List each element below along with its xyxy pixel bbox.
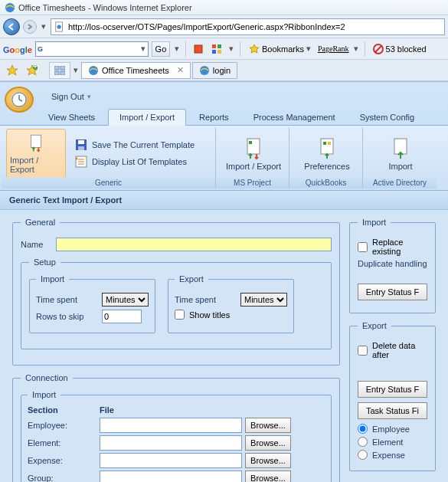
file-input-employee[interactable] (100, 418, 242, 433)
tab-label: login (213, 66, 231, 75)
svg-rect-4 (212, 44, 216, 48)
name-input[interactable] (56, 238, 332, 251)
save-icon (75, 139, 87, 151)
file-input-element[interactable] (100, 435, 242, 451)
window-titlebar: Office Timesheets - Windows Internet Exp… (0, 0, 448, 15)
save-template-button[interactable]: Save The Current Template (72, 137, 198, 152)
setup-export-fieldset: Export Time spent Minutes Show titles (168, 274, 294, 333)
app-orb-button[interactable] (5, 87, 34, 113)
go-dropdown[interactable]: ▾ (173, 44, 181, 54)
ribbon-quickbooks-button[interactable]: Preferences (294, 129, 360, 178)
ribbon-tab-process-mgmt[interactable]: Process Management (242, 109, 347, 125)
google-go-button[interactable]: Go (152, 41, 170, 57)
arrow-right-icon (26, 23, 34, 31)
favorites-star-button[interactable] (3, 62, 21, 79)
address-bar[interactable] (51, 18, 445, 35)
ribbon-generic-import-export-button[interactable]: Import / Export (6, 129, 66, 178)
grid-icon (54, 66, 65, 75)
url-input[interactable] (68, 22, 441, 31)
file-input-expense[interactable] (100, 453, 242, 468)
rows-skip-input[interactable] (102, 310, 142, 323)
popup-blocked-button[interactable]: 53 blocked (370, 44, 430, 54)
row-label: Group: (28, 474, 100, 482)
dup-label: Duplicate handling (358, 259, 427, 268)
save-template-label: Save The Current Template (92, 140, 195, 149)
timespent-import-select[interactable]: Minutes (102, 293, 149, 307)
delete-checkbox[interactable] (358, 346, 368, 356)
ribbon-tab-view-sheets[interactable]: View Sheets (37, 109, 106, 125)
timespent-import-label: Time spent (36, 295, 96, 304)
arrow-left-icon (7, 22, 16, 31)
show-titles-checkbox[interactable] (175, 310, 185, 320)
quicktabs-button[interactable] (49, 62, 70, 79)
general-legend: General (21, 218, 60, 227)
right-import-legend: Import (358, 218, 391, 227)
connection-legend: Connection (21, 373, 73, 382)
export-task-status-button[interactable]: Task Status Fi (358, 402, 427, 419)
ribbon-tab-reports[interactable]: Reports (188, 109, 240, 125)
ie-navbar: ▾ (0, 15, 448, 38)
pagerank-label[interactable]: PageRank (318, 44, 349, 53)
ie-page-icon (88, 65, 99, 76)
delete-label: Delete data after (372, 341, 427, 359)
svg-rect-5 (217, 44, 221, 48)
setup-import-legend: Import (36, 274, 69, 284)
preferences-icon (315, 136, 339, 160)
nav-back-button[interactable] (3, 18, 20, 35)
nav-forward-button[interactable] (23, 20, 37, 34)
browse-button-group[interactable]: Browse... (245, 471, 291, 482)
replace-checkbox[interactable] (358, 242, 368, 252)
general-fieldset: General Name Setup Import Time spent Min… (12, 218, 340, 366)
timespent-export-select[interactable]: Minutes (240, 293, 287, 307)
file-input-group[interactable] (100, 471, 242, 482)
sign-out-label: Sign Out (51, 92, 84, 101)
star-icon (6, 64, 18, 77)
tab-close-icon[interactable]: ✕ (177, 65, 184, 75)
connection-import-legend: Import (28, 390, 60, 399)
browse-button-element[interactable]: Browse... (245, 435, 291, 451)
import-entry-status-button[interactable]: Entry Status F (358, 284, 427, 300)
google-search-box[interactable]: G ▾ (35, 41, 149, 57)
nav-history-dropdown[interactable]: ▾ (40, 21, 47, 31)
ribbon: Sign Out ▾ View Sheets Import / Export R… (0, 81, 448, 191)
col-file: File (100, 405, 114, 415)
svg-point-2 (57, 25, 61, 28)
radio-element-label: Element (372, 438, 403, 447)
import-export-icon (24, 133, 48, 152)
radio-employee[interactable] (358, 424, 368, 434)
bookmarks-button[interactable]: Bookmarks ▾ (245, 41, 315, 57)
page-icon (54, 21, 65, 32)
toolbar-icon-2[interactable] (209, 41, 224, 57)
svg-rect-30 (249, 141, 252, 144)
browse-button-expense[interactable]: Browse... (245, 453, 291, 468)
browse-button-employee[interactable]: Browse... (245, 418, 291, 433)
tab-office-timesheets[interactable]: Office Timesheets ✕ (81, 62, 191, 79)
sign-out-button[interactable]: Sign Out ▾ (44, 90, 98, 103)
add-favorite-button[interactable]: + (23, 62, 41, 79)
toolbar-icon-1[interactable] (191, 41, 206, 57)
page-title: Generic Text Import / Export (0, 191, 448, 210)
radio-element[interactable] (358, 437, 368, 447)
svg-rect-7 (217, 50, 221, 54)
connection-import-fieldset: Import Section File Employee: Browse... … (21, 390, 332, 482)
svg-rect-3 (195, 45, 202, 53)
star-icon (249, 44, 260, 54)
quicktabs-dropdown[interactable]: ▾ (72, 65, 80, 75)
ribbon-tab-import-export[interactable]: Import / Export (108, 109, 186, 126)
connection-fieldset: Connection Import Section File Employee:… (12, 373, 340, 482)
pagerank-dropdown[interactable]: ▾ (352, 44, 360, 54)
tab-login[interactable]: login (192, 62, 237, 79)
ribbon-body: Import / Export Save The Current Templat… (0, 125, 448, 191)
row-label: Expense: (28, 456, 100, 465)
list-templates-button[interactable]: Display List Of Templates (72, 154, 198, 169)
svg-rect-13 (60, 66, 65, 70)
ribbon-tab-system-config[interactable]: System Config (348, 109, 427, 125)
ribbon-ad-button[interactable]: Import (368, 129, 433, 178)
right-export-fieldset: Export Delete data after Entry Status F … (349, 321, 436, 471)
go-label: Go (155, 44, 167, 54)
toolbar-dropdown-2[interactable]: ▾ (227, 44, 235, 54)
ribbon-msproject-button[interactable]: Import / Export (221, 129, 286, 178)
export-entry-status-button[interactable]: Entry Status F (358, 381, 427, 398)
radio-expense[interactable] (358, 450, 368, 460)
svg-rect-32 (323, 142, 326, 145)
